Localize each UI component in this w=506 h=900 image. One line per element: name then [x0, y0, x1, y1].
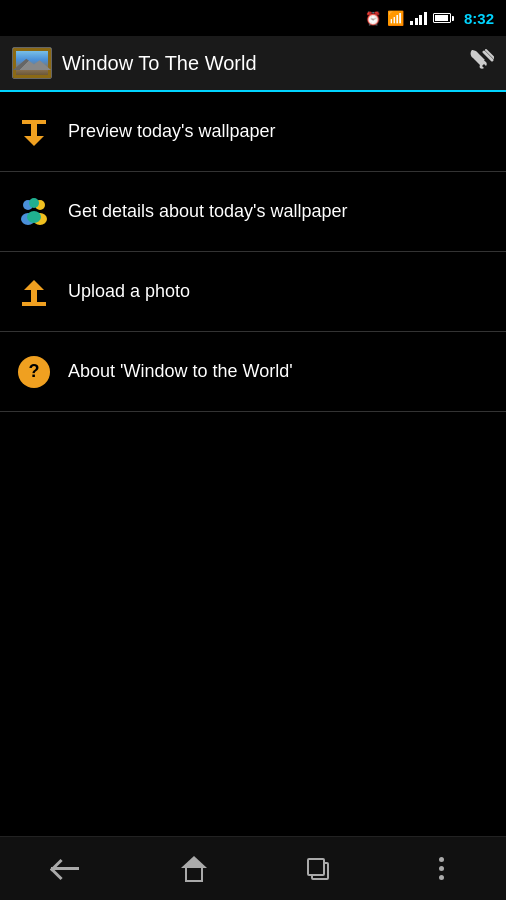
svg-rect-3	[31, 124, 37, 136]
bottom-nav	[0, 836, 506, 900]
menu-list: Preview today's wallpaper Get details ab…	[0, 92, 506, 412]
svg-rect-12	[31, 290, 37, 302]
about-icon: ?	[16, 354, 52, 390]
menu-item-about[interactable]: ? About 'Window to the World'	[0, 332, 506, 412]
app-bar-left: Window To The World	[12, 47, 257, 79]
menu-item-details-text: Get details about today's wallpaper	[68, 201, 348, 222]
alarm-icon: ⏰	[365, 11, 381, 26]
wifi-icon: 📶	[387, 10, 404, 26]
svg-rect-2	[22, 120, 46, 124]
menu-item-details[interactable]: Get details about today's wallpaper	[0, 172, 506, 252]
more-options-button[interactable]	[412, 849, 472, 889]
svg-point-9	[29, 198, 39, 208]
svg-marker-4	[24, 136, 44, 146]
svg-point-10	[27, 211, 41, 223]
menu-item-preview-text: Preview today's wallpaper	[68, 121, 276, 142]
download-icon	[16, 114, 52, 150]
status-bar: ⏰ 📶 8:32	[0, 0, 506, 36]
svg-rect-13	[22, 302, 46, 306]
menu-item-upload[interactable]: Upload a photo	[0, 252, 506, 332]
recents-back-icon	[307, 858, 325, 876]
svg-marker-11	[24, 280, 44, 290]
back-button[interactable]	[35, 849, 95, 889]
question-mark-icon: ?	[18, 356, 50, 388]
app-bar: Window To The World	[0, 36, 506, 92]
home-icon	[181, 856, 207, 882]
people-icon	[16, 194, 52, 230]
menu-item-about-text: About 'Window to the World'	[68, 361, 293, 382]
app-logo	[12, 47, 52, 79]
status-time: 8:32	[464, 10, 494, 27]
battery-icon	[433, 13, 454, 23]
back-arrow-icon	[51, 859, 79, 879]
app-title: Window To The World	[62, 52, 257, 75]
home-button[interactable]	[164, 849, 224, 889]
recents-button[interactable]	[293, 849, 343, 889]
upload-icon	[16, 274, 52, 310]
three-dots-icon	[439, 857, 444, 880]
menu-item-upload-text: Upload a photo	[68, 281, 190, 302]
tools-icon[interactable]	[466, 46, 494, 80]
menu-item-preview[interactable]: Preview today's wallpaper	[0, 92, 506, 172]
signal-icon	[410, 12, 427, 25]
